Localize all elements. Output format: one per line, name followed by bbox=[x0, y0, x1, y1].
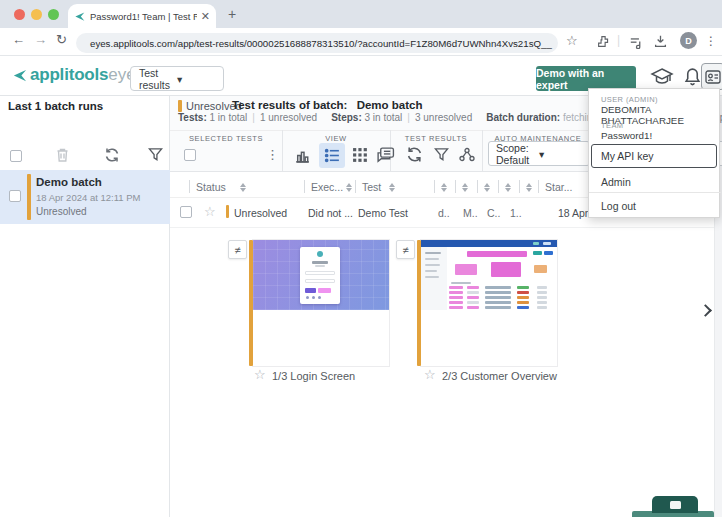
view-list-icon[interactable] bbox=[324, 147, 341, 168]
batch-checkbox[interactable] bbox=[9, 190, 21, 202]
toolbar-divider bbox=[482, 130, 483, 172]
sort-icon[interactable] bbox=[505, 183, 511, 192]
extensions-puzzle-icon[interactable] bbox=[597, 34, 610, 52]
column-header-start[interactable]: Star... bbox=[545, 181, 572, 193]
column-divider bbox=[538, 180, 539, 193]
steps-label: Steps: bbox=[331, 112, 362, 123]
dashboard-tile-mock bbox=[534, 265, 547, 273]
learn-graduation-cap-icon[interactable] bbox=[650, 66, 674, 90]
step-caption[interactable]: 2/3 Customer Overview bbox=[442, 370, 557, 382]
step-thumbnail-login[interactable] bbox=[253, 240, 389, 366]
filter-results-icon[interactable] bbox=[434, 147, 449, 166]
step-star-icon[interactable]: ☆ bbox=[424, 367, 436, 382]
step-caption[interactable]: 1/3 Login Screen bbox=[272, 370, 355, 382]
sort-icon[interactable] bbox=[389, 183, 395, 192]
test-results-label: TEST RESULTS bbox=[390, 134, 482, 143]
window-close-button[interactable] bbox=[14, 9, 25, 20]
column-header-status[interactable]: Status bbox=[196, 181, 226, 193]
refresh-results-icon[interactable] bbox=[406, 146, 423, 167]
tests-total: 1 in total bbox=[210, 112, 248, 123]
diff-not-equal-badge[interactable]: ≠ bbox=[228, 240, 247, 259]
menu-item-admin[interactable]: Admin bbox=[589, 172, 721, 192]
menu-item-log-out[interactable]: Log out bbox=[589, 196, 721, 216]
refresh-batches-icon[interactable] bbox=[104, 147, 120, 167]
sort-icon[interactable] bbox=[240, 183, 246, 192]
batch-title-label: Test results of batch: bbox=[232, 99, 347, 111]
filter-batches-icon[interactable] bbox=[148, 147, 163, 166]
scope-value: Scope: Default bbox=[496, 142, 539, 166]
back-icon[interactable]: ← bbox=[12, 33, 25, 47]
sort-icon[interactable] bbox=[346, 183, 352, 192]
bookmark-star-icon[interactable]: ☆ bbox=[566, 33, 578, 48]
column-header-execution[interactable]: Exec... bbox=[311, 181, 343, 193]
user-role-label: USER (ADMIN) bbox=[601, 95, 658, 104]
batch-header-title: Test results of batch: Demo batch bbox=[232, 99, 422, 111]
profile-card-icon bbox=[705, 69, 721, 85]
user-dropdown-menu: USER (ADMIN) DEBOMITA BHATTACHARJEE TEAM… bbox=[588, 88, 720, 218]
url-text: eyes.applitools.com/app/test-results/000… bbox=[90, 38, 552, 49]
selected-tests-label: SELECTED TESTS bbox=[172, 134, 280, 143]
sort-icon[interactable] bbox=[462, 183, 468, 192]
window-zoom-button[interactable] bbox=[48, 9, 59, 20]
browser-profile-avatar[interactable]: D bbox=[680, 32, 697, 49]
step-star-icon[interactable]: ☆ bbox=[254, 367, 266, 382]
row-status-bar bbox=[226, 205, 229, 218]
chevron-down-icon: ▾ bbox=[177, 73, 215, 85]
toolbar-divider: | bbox=[617, 33, 620, 47]
step-status-bar bbox=[417, 240, 421, 366]
tests-more-kebab-icon[interactable]: ⋮ bbox=[266, 147, 279, 162]
sort-icon[interactable] bbox=[441, 183, 447, 192]
tests-label: Tests: bbox=[178, 112, 207, 123]
duration-label: Batch duration: bbox=[486, 112, 560, 123]
tab-close-icon[interactable]: ✕ bbox=[201, 10, 210, 23]
view-chart-icon[interactable] bbox=[294, 147, 311, 168]
forward-icon[interactable]: → bbox=[34, 33, 47, 47]
browser-tab[interactable]: Password1! Team | Test Resul ✕ bbox=[68, 4, 216, 28]
chevron-down-icon: ▾ bbox=[539, 148, 582, 160]
refresh-icon[interactable]: ↻ bbox=[56, 33, 67, 47]
step-thumbnail-customer-overview[interactable] bbox=[421, 240, 557, 366]
row-execution[interactable]: Did not ... bbox=[308, 207, 353, 219]
steps-unresolved: 3 unresolved bbox=[415, 112, 472, 123]
row-checkbox[interactable] bbox=[180, 206, 192, 218]
app-section-dropdown[interactable]: Test results ▾ bbox=[130, 66, 224, 91]
view-label: VIEW bbox=[282, 134, 390, 143]
row-col-d: d.. bbox=[438, 207, 450, 219]
batch-status-label: Unresolved bbox=[36, 206, 87, 217]
batch-list-item[interactable]: Demo batch 18 Apr 2024 at 12:11 PM Unres… bbox=[0, 170, 170, 224]
column-divider bbox=[477, 180, 478, 193]
step-status-bar bbox=[249, 240, 253, 366]
toolbar-divider bbox=[282, 130, 283, 172]
sidebar-select-all-checkbox[interactable] bbox=[10, 150, 22, 162]
address-bar[interactable]: eyes.applitools.com/app/test-results/000… bbox=[76, 33, 558, 53]
sort-icon[interactable] bbox=[484, 183, 490, 192]
menu-item-my-api-key[interactable]: My API key bbox=[591, 144, 717, 168]
row-star-icon[interactable]: ☆ bbox=[204, 204, 216, 219]
row-status[interactable]: Unresolved bbox=[234, 207, 287, 219]
chat-widget-button[interactable] bbox=[652, 496, 698, 513]
sort-icon[interactable] bbox=[526, 183, 532, 192]
view-comments-icon[interactable] bbox=[376, 146, 395, 168]
pinned-extension-icon[interactable] bbox=[630, 35, 643, 53]
column-header-test[interactable]: Test bbox=[362, 181, 381, 193]
batch-timestamp: 18 Apr 2024 at 12:11 PM bbox=[36, 192, 140, 203]
column-divider bbox=[189, 180, 190, 193]
tests-unresolved: 1 unresolved bbox=[260, 112, 317, 123]
new-tab-button[interactable]: + bbox=[228, 7, 236, 21]
scope-dropdown[interactable]: Scope: Default ▾ bbox=[488, 141, 590, 166]
view-grid-icon[interactable] bbox=[352, 147, 369, 168]
diff-not-equal-badge[interactable]: ≠ bbox=[396, 240, 415, 259]
delete-batch-trash-icon[interactable] bbox=[55, 147, 70, 167]
row-test-name[interactable]: Demo Test bbox=[358, 207, 408, 219]
dashboard-topbar-mock bbox=[421, 240, 557, 247]
window-minimize-button[interactable] bbox=[31, 9, 42, 20]
dashboard-button-mock bbox=[533, 251, 542, 255]
share-nodes-icon[interactable] bbox=[458, 146, 476, 167]
download-icon[interactable] bbox=[654, 34, 667, 52]
user-profile-menu-button[interactable] bbox=[701, 63, 722, 90]
logo-text-primary: applitools bbox=[30, 65, 108, 85]
applitools-logo[interactable]: applitools eyes bbox=[12, 65, 144, 85]
select-all-tests-checkbox[interactable] bbox=[184, 149, 196, 161]
notifications-bell-icon[interactable] bbox=[684, 67, 701, 90]
browser-menu-kebab-icon[interactable]: ⋮ bbox=[705, 34, 717, 48]
